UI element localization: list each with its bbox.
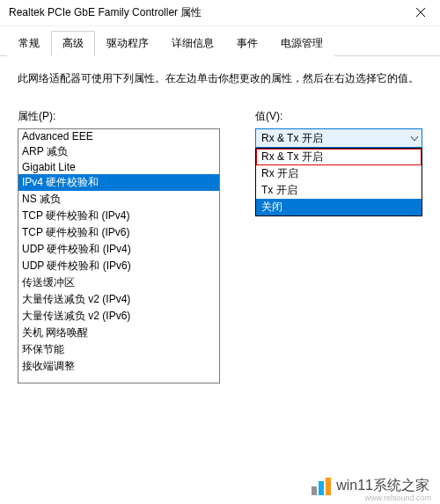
tab-events[interactable]: 事件 (225, 31, 269, 56)
tabs-bar: 常规 高级 驱动程序 详细信息 事件 电源管理 (0, 26, 440, 56)
list-item[interactable]: ARP 减负 (18, 143, 219, 160)
list-item[interactable]: UDP 硬件校验和 (IPv4) (18, 241, 219, 258)
tab-general[interactable]: 常规 (7, 31, 51, 56)
combobox-option[interactable]: Rx 开启 (256, 165, 422, 182)
watermark-logo-icon (312, 478, 331, 495)
list-item[interactable]: Advanced EEE (18, 129, 219, 143)
close-button[interactable] (400, 0, 440, 26)
list-item[interactable]: UDP 硬件校验和 (IPv6) (18, 258, 219, 274)
list-item[interactable]: Gigabit Lite (18, 160, 219, 174)
combobox-option[interactable]: Rx & Tx 开启 (256, 149, 422, 165)
tab-advanced[interactable]: 高级 (51, 31, 95, 56)
window-title: Realtek PCIe GbE Family Controller 属性 (9, 5, 202, 20)
tab-driver[interactable]: 驱动程序 (95, 31, 160, 56)
value-combobox[interactable]: Rx & Tx 开启 Rx & Tx 开启 Rx 开启 Tx 开启 关闭 (255, 128, 422, 148)
list-item[interactable]: 传送缓冲区 (18, 274, 219, 291)
watermark-url: www.relsound.com (364, 493, 431, 502)
property-listbox[interactable]: Advanced EEE ARP 减负 Gigabit Lite IPv4 硬件… (18, 128, 220, 383)
watermark: win11系统之家 (312, 477, 429, 495)
tab-details[interactable]: 详细信息 (160, 31, 225, 56)
combobox-option[interactable]: Tx 开启 (256, 182, 422, 199)
combobox-display[interactable]: Rx & Tx 开启 (255, 128, 422, 148)
list-item[interactable]: 大量传送减负 v2 (IPv6) (18, 308, 219, 325)
description-text: 此网络适配器可使用下列属性。在左边单击你想更改的属性，然后在右边选择它的值。 (18, 69, 422, 87)
list-item[interactable]: 大量传送减负 v2 (IPv4) (18, 291, 219, 308)
tab-content: 此网络适配器可使用下列属性。在左边单击你想更改的属性，然后在右边选择它的值。 属… (0, 56, 440, 397)
watermark-text: win11系统之家 (336, 477, 429, 495)
list-item[interactable]: 关机 网络唤醒 (18, 325, 219, 341)
list-item[interactable]: 接收端调整 (18, 358, 219, 375)
close-icon (416, 7, 425, 19)
list-item[interactable]: IPv4 硬件校验和 (18, 174, 219, 191)
combobox-selected-text: Rx & Tx 开启 (261, 131, 323, 146)
property-label: 属性(P): (18, 109, 220, 124)
value-label: 值(V): (255, 109, 422, 124)
tab-power[interactable]: 电源管理 (269, 31, 334, 56)
list-item[interactable]: TCP 硬件校验和 (IPv6) (18, 224, 219, 241)
chevron-down-icon (411, 132, 418, 144)
titlebar: Realtek PCIe GbE Family Controller 属性 (0, 0, 440, 26)
list-item[interactable]: 环保节能 (18, 341, 219, 358)
combobox-dropdown: Rx & Tx 开启 Rx 开启 Tx 开启 关闭 (255, 148, 422, 216)
combobox-option[interactable]: 关闭 (256, 199, 422, 215)
list-item[interactable]: NS 减负 (18, 191, 219, 208)
list-item[interactable]: TCP 硬件校验和 (IPv4) (18, 208, 219, 224)
